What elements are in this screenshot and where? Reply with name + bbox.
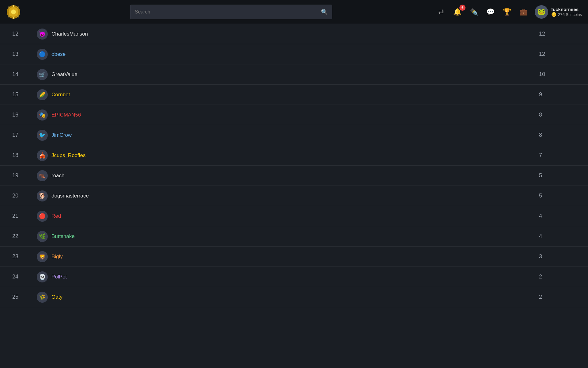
user-cell: 🦁 Bigly — [37, 251, 539, 262]
rank-cell: 19 — [12, 172, 37, 179]
user-cell: 🌿 Buttsnake — [37, 231, 539, 242]
row-avatar: 😈 — [37, 29, 48, 40]
row-avatar: 🦁 — [37, 251, 48, 262]
score-cell: 12 — [539, 51, 576, 57]
table-row[interactable]: 19 🪳 roach 5 — [0, 166, 588, 186]
user-coins: 🪙 276 Shitcoins — [551, 12, 582, 17]
chat-icon[interactable]: 💬 — [485, 6, 496, 17]
rank-cell: 18 — [12, 152, 37, 159]
svg-point-10 — [11, 10, 16, 14]
score-cell: 12 — [539, 31, 576, 37]
row-username: Jcups_Roofies — [51, 152, 86, 159]
table-row[interactable]: 16 🎭 EPICMAN56 8 — [0, 105, 588, 125]
user-cell: 🪳 roach — [37, 170, 539, 181]
row-avatar: 🎪 — [37, 150, 48, 161]
row-username: PolPot — [51, 274, 67, 280]
row-username: Oaty — [51, 294, 62, 300]
row-username: Cornbot — [51, 92, 70, 98]
user-cell: 🌽 Cornbot — [37, 89, 539, 100]
search-input[interactable] — [135, 9, 321, 15]
user-cell: 🌾 Oaty — [37, 292, 539, 303]
row-username: GreatValue — [51, 71, 77, 78]
feather-icon[interactable]: ✒️ — [469, 6, 480, 17]
row-username: Bigly — [51, 254, 63, 260]
shuffle-icon[interactable]: ⇄ — [435, 6, 447, 17]
row-username: dogsmasterrace — [51, 193, 89, 199]
user-section[interactable]: 🐸 fucknormies 🪙 276 Shitcoins — [535, 5, 582, 19]
score-cell: 2 — [539, 274, 576, 280]
row-avatar: 🌿 — [37, 231, 48, 242]
search-bar-wrapper: 🔍 — [27, 5, 435, 19]
leaderboard: 12 😈 CharlesManson 12 13 🔵 obese 12 14 🛒… — [0, 24, 588, 307]
row-avatar: 🔴 — [37, 211, 48, 222]
rank-cell: 16 — [12, 112, 37, 118]
table-row[interactable]: 18 🎪 Jcups_Roofies 7 — [0, 145, 588, 166]
row-avatar: 🛒 — [37, 69, 48, 80]
table-row[interactable]: 21 🔴 Red 4 — [0, 206, 588, 226]
coin-icon: 🪙 — [551, 12, 556, 17]
row-avatar: 🔵 — [37, 49, 48, 60]
rank-cell: 15 — [12, 91, 37, 98]
rank-cell: 20 — [12, 193, 37, 199]
score-cell: 2 — [539, 294, 576, 300]
header: 🔍 ⇄ 🔔 6 ✒️ 💬 🏆 💼 🐸 fucknormies 🪙 276 Shi… — [0, 0, 588, 24]
user-cell: 🔴 Red — [37, 211, 539, 222]
row-avatar: 🌾 — [37, 292, 48, 303]
trophy-icon[interactable]: 🏆 — [502, 6, 513, 17]
user-cell: 🛒 GreatValue — [37, 69, 539, 80]
rank-cell: 14 — [12, 71, 37, 78]
rank-cell: 24 — [12, 274, 37, 280]
table-row[interactable]: 14 🛒 GreatValue 10 — [0, 64, 588, 85]
score-cell: 4 — [539, 233, 576, 240]
table-row[interactable]: 17 🐦 JimCrow 8 — [0, 125, 588, 145]
row-username: roach — [51, 173, 65, 179]
score-cell: 3 — [539, 253, 576, 260]
score-cell: 8 — [539, 112, 576, 118]
row-avatar: 🐦 — [37, 130, 48, 141]
user-cell: 🎭 EPICMAN56 — [37, 109, 539, 121]
table-row[interactable]: 15 🌽 Cornbot 9 — [0, 85, 588, 105]
wallet-icon[interactable]: 💼 — [518, 6, 529, 17]
row-avatar: 🎭 — [37, 109, 48, 121]
logo-icon — [6, 5, 21, 19]
table-row[interactable]: 23 🦁 Bigly 3 — [0, 247, 588, 267]
row-username: CharlesManson — [51, 31, 88, 37]
user-cell: 🔵 obese — [37, 49, 539, 60]
notification-badge: 6 — [459, 5, 466, 11]
rank-cell: 12 — [12, 31, 37, 37]
user-name: fucknormies — [551, 7, 582, 12]
table-row[interactable]: 25 🌾 Oaty 2 — [0, 287, 588, 307]
row-avatar: 🌽 — [37, 89, 48, 100]
table-row[interactable]: 22 🌿 Buttsnake 4 — [0, 226, 588, 247]
user-cell: 🐕 dogsmasterrace — [37, 190, 539, 201]
notification-wrapper[interactable]: 🔔 6 — [452, 6, 463, 17]
header-right: ⇄ 🔔 6 ✒️ 💬 🏆 💼 🐸 fucknormies 🪙 276 Shitc… — [435, 5, 582, 19]
table-row[interactable]: 13 🔵 obese 12 — [0, 44, 588, 64]
table-row[interactable]: 20 🐕 dogsmasterrace 5 — [0, 186, 588, 206]
score-cell: 8 — [539, 132, 576, 138]
logo-area[interactable] — [6, 5, 21, 19]
score-cell: 7 — [539, 152, 576, 159]
row-avatar: 💀 — [37, 271, 48, 282]
user-cell: 😈 CharlesManson — [37, 29, 539, 40]
coin-amount: 276 Shitcoins — [558, 12, 582, 17]
rank-cell: 21 — [12, 213, 37, 219]
search-icon[interactable]: 🔍 — [321, 9, 328, 15]
score-cell: 4 — [539, 213, 576, 219]
row-username: JimCrow — [51, 132, 72, 138]
user-cell: 💀 PolPot — [37, 271, 539, 282]
rank-cell: 17 — [12, 132, 37, 138]
row-username: Red — [51, 213, 61, 219]
rank-cell: 25 — [12, 294, 37, 300]
row-username: obese — [51, 51, 66, 57]
score-cell: 9 — [539, 91, 576, 98]
row-username: EPICMAN56 — [51, 112, 81, 118]
table-row[interactable]: 24 💀 PolPot 2 — [0, 267, 588, 287]
score-cell: 10 — [539, 71, 576, 78]
user-cell: 🎪 Jcups_Roofies — [37, 150, 539, 161]
table-row[interactable]: 12 😈 CharlesManson 12 — [0, 24, 588, 44]
row-avatar: 🪳 — [37, 170, 48, 181]
search-bar[interactable]: 🔍 — [130, 5, 332, 19]
score-cell: 5 — [539, 193, 576, 199]
user-info: fucknormies 🪙 276 Shitcoins — [551, 7, 582, 17]
